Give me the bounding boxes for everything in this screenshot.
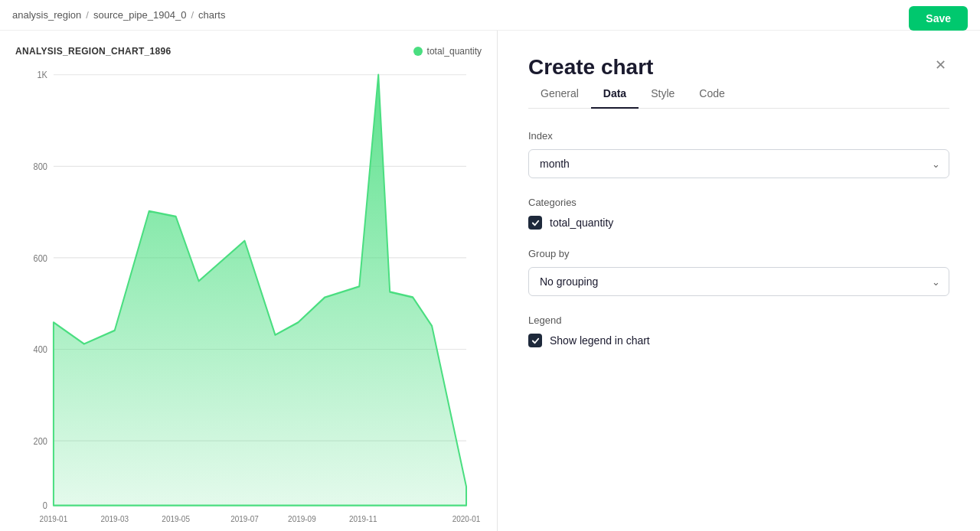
tab-data[interactable]: Data xyxy=(591,80,639,109)
svg-text:800: 800 xyxy=(34,161,48,172)
group-by-section: Group by No grouping ⌄ xyxy=(528,248,949,296)
close-button[interactable]: ✕ xyxy=(932,55,949,75)
categories-label: Categories xyxy=(528,197,949,208)
index-section: Index month ⌄ xyxy=(528,130,949,178)
breadcrumb-analysis-region[interactable]: analysis_region xyxy=(12,9,81,21)
svg-text:2019-05: 2019-05 xyxy=(162,513,190,523)
show-legend-checkmark-icon xyxy=(531,337,540,345)
group-by-select-wrapper: No grouping ⌄ xyxy=(528,267,949,296)
legend-dot xyxy=(413,47,423,56)
svg-text:2020-01: 2020-01 xyxy=(452,513,481,523)
svg-text:2019-09: 2019-09 xyxy=(288,513,316,523)
chart-header: ANALYSIS_REGION_CHART_1896 total_quantit… xyxy=(15,46,482,57)
svg-text:600: 600 xyxy=(34,252,48,264)
panel-title: Create chart xyxy=(528,55,653,80)
svg-text:400: 400 xyxy=(34,344,48,355)
breadcrumb-source-pipe[interactable]: source_pipe_1904_0 xyxy=(93,9,186,21)
svg-text:1K: 1K xyxy=(38,70,47,81)
group-by-select[interactable]: No grouping xyxy=(528,267,949,296)
show-legend-row: Show legend in chart xyxy=(528,334,949,347)
breadcrumb-sep-1: / xyxy=(86,9,89,21)
legend-section-label: Legend xyxy=(528,314,949,326)
save-button[interactable]: Save xyxy=(909,6,968,31)
checkmark-icon xyxy=(531,219,540,227)
chart-area: 1K 800 600 400 200 0 2019-01 2019-03 xyxy=(15,66,482,523)
svg-text:2019-01: 2019-01 xyxy=(40,513,68,523)
breadcrumb-sep-2: / xyxy=(191,9,194,21)
index-select[interactable]: month xyxy=(528,149,949,178)
breadcrumb-charts: charts xyxy=(198,9,225,21)
tab-style[interactable]: Style xyxy=(639,80,687,109)
category-checkbox[interactable] xyxy=(528,216,542,230)
index-label: Index xyxy=(528,130,949,142)
breadcrumb: analysis_region / source_pipe_1904_0 / c… xyxy=(0,0,980,31)
legend-label: total_quantity xyxy=(427,46,482,57)
legend-section: Legend Show legend in chart xyxy=(528,314,949,347)
chart-panel: ANALYSIS_REGION_CHART_1896 total_quantit… xyxy=(0,31,498,531)
svg-text:0: 0 xyxy=(43,500,47,511)
tab-code[interactable]: Code xyxy=(687,80,737,109)
category-label: total_quantity xyxy=(550,217,613,229)
tab-general[interactable]: General xyxy=(528,80,591,109)
svg-text:2019-03: 2019-03 xyxy=(100,513,129,523)
show-legend-label: Show legend in chart xyxy=(550,334,650,347)
category-total-quantity: total_quantity xyxy=(528,216,949,230)
tabs-bar: General Data Style Code xyxy=(528,80,949,109)
svg-text:2019-07: 2019-07 xyxy=(230,513,259,523)
index-select-wrapper: month ⌄ xyxy=(528,149,949,178)
chart-legend-item: total_quantity xyxy=(413,46,482,57)
chart-title: ANALYSIS_REGION_CHART_1896 xyxy=(15,46,171,57)
svg-text:2019-11: 2019-11 xyxy=(349,513,377,523)
show-legend-checkbox[interactable] xyxy=(528,334,542,347)
svg-text:200: 200 xyxy=(34,435,48,447)
panel-header: Create chart ✕ xyxy=(528,55,949,80)
right-panel: Create chart ✕ General Data Style Code I… xyxy=(498,31,980,531)
group-by-label: Group by xyxy=(528,248,949,259)
categories-section: Categories total_quantity xyxy=(528,197,949,230)
chart-svg: 1K 800 600 400 200 0 2019-01 2019-03 xyxy=(15,66,482,523)
